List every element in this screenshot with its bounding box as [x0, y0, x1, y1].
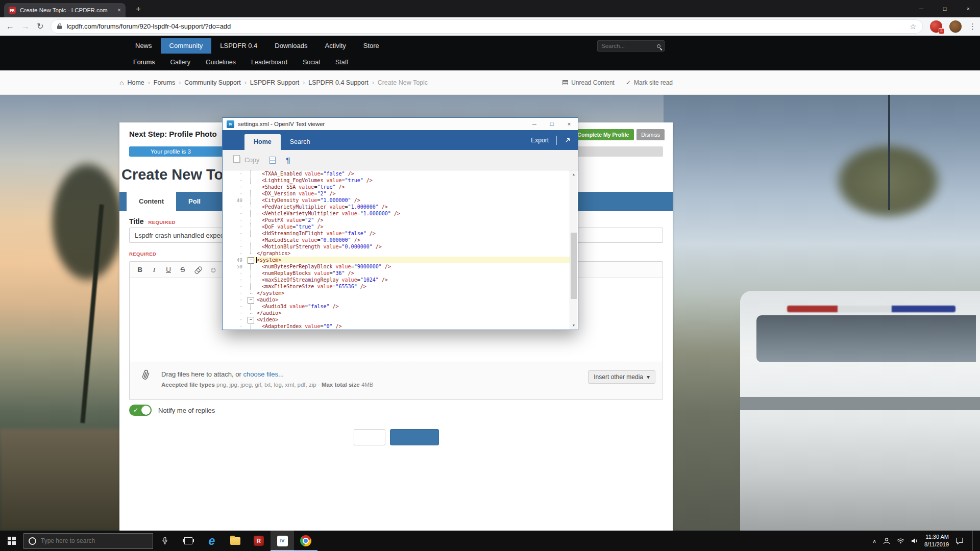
- red-shield-app-button[interactable]: R: [247, 531, 271, 551]
- nav-item-news[interactable]: News: [127, 38, 161, 54]
- tray-network-icon[interactable]: [897, 538, 904, 544]
- breadcrumb-item[interactable]: LSPDFR Support: [250, 79, 300, 86]
- nav-item-downloads[interactable]: Downloads: [266, 38, 316, 54]
- microphone-button[interactable]: [153, 531, 177, 551]
- openiv-minimize-button[interactable]: ─: [526, 118, 543, 130]
- attachment-area: Drag files here to attach, or choose fil…: [130, 362, 663, 399]
- breadcrumb-item[interactable]: LSPDFR 0.4 Support: [308, 79, 368, 86]
- document-icon-button[interactable]: [270, 157, 276, 164]
- openiv-tab-search[interactable]: Search: [281, 134, 320, 150]
- format-u-button[interactable]: U: [161, 263, 176, 277]
- tab-close-icon[interactable]: ×: [117, 7, 121, 14]
- copy-button[interactable]: Copy: [235, 157, 259, 164]
- insert-other-media-button[interactable]: Insert other media ▾: [588, 370, 655, 384]
- browser-toolbar: ← → ↻ lcpdfr.com/forums/forum/920-lspdfr…: [0, 17, 980, 36]
- fold-collapse-icon[interactable]: [247, 296, 255, 303]
- export-button[interactable]: Export: [531, 137, 549, 144]
- subnav-item-social[interactable]: Social: [295, 59, 328, 66]
- form-primary-button[interactable]: [390, 429, 439, 445]
- form-tab-poll[interactable]: Poll: [176, 192, 213, 211]
- chrome-taskbar-button[interactable]: [294, 531, 317, 551]
- unread-content-label: Unread Content: [571, 79, 615, 86]
- link-button[interactable]: [191, 263, 205, 277]
- unread-content-link[interactable]: Unread Content: [562, 79, 615, 86]
- browser-menu-icon[interactable]: ⋮: [969, 22, 974, 31]
- scrollbar-down-arrow[interactable]: ▼: [570, 321, 577, 329]
- taskbar-search[interactable]: [23, 533, 153, 549]
- xml-editor[interactable]: ·<TXAA_Enabled value="false" />·<Lightin…: [223, 170, 577, 329]
- xml-line: ·<HdStreamingInFlight value="false" />: [223, 230, 570, 237]
- openiv-titlebar[interactable]: IV settings.xml - OpenIV Text viewer ─ □…: [223, 118, 578, 130]
- file-explorer-button[interactable]: [224, 531, 247, 551]
- editor-scrollbar[interactable]: ▲ ▼: [570, 170, 577, 329]
- fold-guide: [247, 204, 255, 210]
- breadcrumb-item[interactable]: Home: [127, 79, 144, 86]
- bookmark-star-icon[interactable]: ☆: [910, 22, 916, 31]
- address-bar[interactable]: lcpdfr.com/forums/forum/920-lspdfr-04-su…: [51, 19, 923, 34]
- extension-icon[interactable]: 3: [930, 20, 942, 33]
- browser-tab[interactable]: FR Create New Topic - LCPDFR.com ×: [4, 3, 126, 17]
- browser-profile-avatar[interactable]: [949, 20, 962, 33]
- subnav-item-leaderboard[interactable]: Leaderboard: [243, 59, 295, 66]
- fold-collapse-icon[interactable]: [247, 257, 255, 263]
- refresh-button[interactable]: ↻: [37, 22, 43, 31]
- subnav-item-guidelines[interactable]: Guidelines: [198, 59, 243, 66]
- tray-volume-icon[interactable]: [911, 538, 918, 544]
- subnav-item-gallery[interactable]: Gallery: [162, 59, 198, 66]
- new-tab-button[interactable]: +: [133, 4, 144, 14]
- nav-item-store[interactable]: Store: [355, 38, 388, 54]
- format-s-button[interactable]: S: [176, 263, 190, 277]
- expand-icon[interactable]: [565, 137, 571, 143]
- openiv-tab-home[interactable]: Home: [244, 134, 281, 150]
- browser-maximize-button[interactable]: □: [933, 0, 957, 17]
- fold-collapse-icon[interactable]: [247, 316, 255, 323]
- scrollbar-up-arrow[interactable]: ▲: [570, 170, 577, 178]
- choose-files-link[interactable]: choose files...: [243, 370, 284, 378]
- notify-replies-toggle[interactable]: ✓: [129, 405, 152, 416]
- openiv-maximize-button[interactable]: □: [543, 118, 560, 130]
- nav-item-community[interactable]: Community: [161, 38, 212, 54]
- openiv-taskbar-button[interactable]: IV: [271, 531, 294, 551]
- subnav-item-forums[interactable]: Forums: [126, 59, 162, 66]
- breadcrumb-item[interactable]: Forums: [154, 79, 175, 86]
- nav-item-activity[interactable]: Activity: [316, 38, 355, 54]
- tray-people-icon[interactable]: [883, 537, 890, 544]
- openiv-window: IV settings.xml - OpenIV Text viewer ─ □…: [222, 117, 578, 330]
- site-search-input[interactable]: [601, 43, 654, 49]
- task-view-button[interactable]: [177, 531, 200, 551]
- form-secondary-button[interactable]: [354, 429, 385, 445]
- url-text[interactable]: lcpdfr.com/forums/forum/920-lspdfr-04-su…: [66, 22, 905, 30]
- screen: FR Create New Topic - LCPDFR.com × + ─ □…: [0, 0, 980, 551]
- form-tab-content[interactable]: Content: [127, 192, 176, 211]
- browser-close-button[interactable]: ×: [957, 0, 980, 17]
- format-b-button[interactable]: B: [133, 263, 147, 277]
- tray-expand-icon[interactable]: ∧: [873, 538, 876, 544]
- edge-taskbar-button[interactable]: e: [200, 531, 224, 551]
- start-button[interactable]: [0, 531, 23, 551]
- browser-minimize-button[interactable]: ─: [910, 0, 933, 17]
- lock-icon[interactable]: [57, 26, 62, 29]
- complete-profile-button[interactable]: Complete My Profile: [572, 129, 634, 140]
- openiv-close-button[interactable]: ×: [560, 118, 578, 130]
- mark-site-read-link[interactable]: ✓ Mark site read: [626, 79, 673, 86]
- pilcrow-icon-button[interactable]: ¶: [286, 156, 290, 164]
- notification-center-icon[interactable]: [955, 537, 964, 544]
- search-icon[interactable]: [657, 44, 660, 48]
- site-search[interactable]: [597, 40, 665, 52]
- fold-guide: [247, 184, 255, 190]
- taskbar-search-input[interactable]: [41, 537, 148, 544]
- subnav-item-staff[interactable]: Staff: [328, 59, 356, 66]
- format-i-button[interactable]: I: [147, 263, 161, 277]
- forward-button[interactable]: →: [21, 22, 30, 31]
- scrollbar-thumb[interactable]: [571, 233, 577, 299]
- breadcrumb-item[interactable]: Community Support: [184, 79, 240, 86]
- back-button[interactable]: ←: [6, 22, 14, 31]
- emoji-button[interactable]: ☺: [206, 263, 220, 277]
- nav-item-lspdfr-0.4[interactable]: LSPDFR 0.4: [211, 38, 266, 54]
- cortana-icon: [29, 537, 36, 545]
- dismiss-button[interactable]: Dismiss: [636, 129, 665, 140]
- notify-replies-label: Notify me of replies: [158, 407, 215, 414]
- show-desktop-button[interactable]: [972, 531, 975, 551]
- taskbar-clock[interactable]: 11:30 AM 8/11/2019: [924, 533, 949, 549]
- tab-title: Create New Topic - LCPDFR.com: [20, 7, 113, 13]
